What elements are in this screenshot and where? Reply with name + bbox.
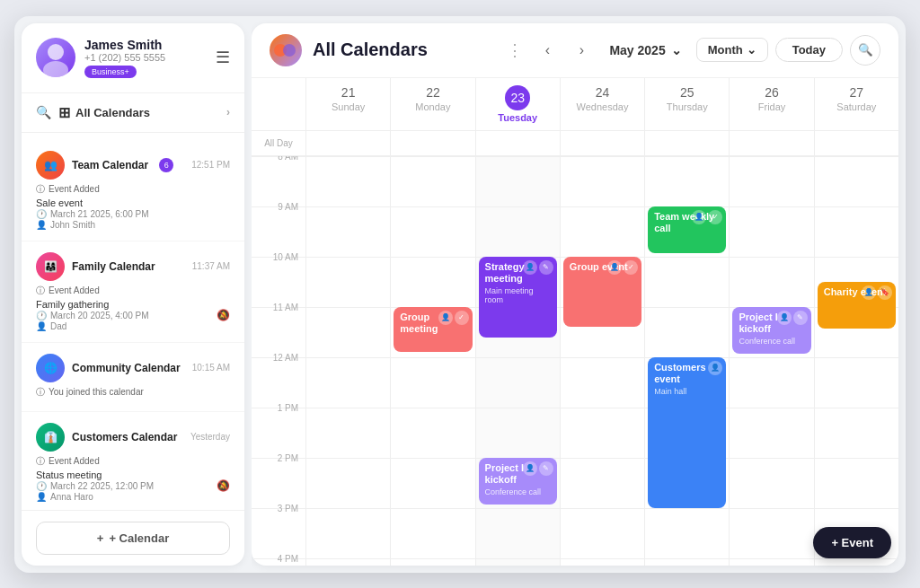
all-day-cell-sat: [814, 131, 898, 155]
sidebar-header: James Smith +1 (202) 555 5555 Business+ …: [22, 23, 244, 93]
day-column-mon[interactable]: Group meeting 👤 ✓: [390, 156, 474, 566]
all-day-cell-sun: [305, 131, 390, 155]
day-headers: 21 Sunday 22 Monday 23 Tuesday 24 Wednes…: [252, 78, 898, 131]
calendar-avatar: [270, 34, 302, 66]
event-project-kickoff-tue[interactable]: Project I kickoff Conference call 👤 ✎: [479, 458, 557, 505]
event-avatar-icon: 👤: [523, 461, 537, 476]
notification-time: 11:37 AM: [192, 261, 230, 271]
all-calendars-label: All Calendars: [75, 106, 150, 119]
event-strategy-meeting[interactable]: Strategy meeting Main meeting room 👤 ✎: [479, 257, 557, 338]
event-date: 🕐March 21 2025, 6:00 PM: [36, 209, 230, 219]
search-button[interactable]: 🔍: [850, 35, 880, 66]
event-edit-icon: ✎: [539, 461, 553, 476]
event-avatar-icon: 👤: [777, 311, 792, 325]
event-project-kickoff-fri[interactable]: Project I kickoff Conference call 👤 ✎: [732, 307, 810, 354]
day-column-thu[interactable]: Team weekly call 👤 ✓ Customers event Mai…: [644, 156, 729, 566]
bell-off-icon: 🔕: [217, 479, 230, 492]
user-badge: Business+: [84, 66, 137, 78]
event-name: Sale event: [36, 197, 230, 208]
notification-time: Yesterday: [190, 432, 230, 442]
dropdown-icon: ⌄: [671, 43, 682, 57]
avatar: [36, 38, 75, 77]
day-column-wed[interactable]: Group event 👤 ✓: [560, 156, 644, 566]
calendar-panel: All Calendars ⋮ ‹ › May 2025 ⌄ Month ⌄ T…: [252, 23, 898, 566]
time-label-corner: [252, 78, 305, 130]
calendar-icon: ⊞: [58, 104, 70, 121]
event-avatar-icon: 👤: [708, 361, 722, 375]
svg-point-1: [43, 61, 68, 77]
event-group-meeting[interactable]: Group meeting 👤 ✓: [394, 307, 472, 352]
notification-time: 10:15 AM: [192, 363, 230, 373]
main-content: All Calendars ⋮ ‹ › May 2025 ⌄ Month ⌄ T…: [252, 16, 906, 573]
user-name: James Smith: [84, 38, 165, 52]
notification-type: ⓘEvent Added: [36, 455, 230, 468]
avatar: 🌐: [36, 354, 65, 382]
more-options-icon[interactable]: ⋮: [503, 37, 526, 64]
all-day-cell-wed: [560, 131, 644, 155]
day-column-fri[interactable]: Project I kickoff Conference call 👤 ✎: [729, 156, 813, 566]
day-column-tue[interactable]: Strategy meeting Main meeting room 👤 ✎ P…: [475, 156, 560, 566]
chevron-right-icon: ›: [226, 106, 230, 118]
prev-button[interactable]: ‹: [534, 37, 561, 64]
sidebar-search-bar: 🔍 ⊞ All Calendars ›: [22, 93, 244, 133]
event-avatar-icon: 👤: [438, 311, 453, 325]
day-column-sat[interactable]: Charity event 👤 🔖: [814, 156, 898, 566]
event-team-weekly-call[interactable]: Team weekly call 👤 ✓: [648, 206, 726, 253]
day-header-fri: 26 Friday: [729, 78, 813, 130]
time-column: 8 AM 9 AM 10 AM 11 AM 12 AM 1 PM 2 PM 3 …: [252, 156, 305, 566]
user-details: James Smith +1 (202) 555 5555 Business+: [84, 38, 165, 78]
plus-icon: +: [97, 531, 104, 545]
event-date: 🕐March 20 2025, 4:00 PM: [36, 311, 149, 320]
calendar-name: Community Calendar: [72, 362, 181, 374]
user-info: James Smith +1 (202) 555 5555 Business+: [36, 38, 165, 78]
add-event-button[interactable]: + Event: [813, 527, 891, 558]
calendar-header: All Calendars ⋮ ‹ › May 2025 ⌄ Month ⌄ T…: [252, 23, 898, 78]
notification-badge: 6: [159, 158, 173, 172]
add-calendar-button[interactable]: + + Calendar: [36, 522, 230, 555]
event-date: 🕐March 22 2025, 12:00 PM: [36, 481, 154, 491]
event-edit-icon: ✎: [793, 311, 808, 325]
day-column-sun[interactable]: [305, 156, 390, 566]
calendar-grid: 21 Sunday 22 Monday 23 Tuesday 24 Wednes…: [252, 78, 898, 566]
event-bookmark-icon: 🔖: [878, 285, 892, 300]
view-mode-selector[interactable]: Month ⌄: [696, 38, 768, 62]
event-edit-icon: ✎: [539, 260, 553, 275]
avatar: 👥: [36, 151, 65, 180]
sidebar-footer: + + Calendar: [22, 510, 244, 566]
day-header-mon: 22 Monday: [390, 78, 474, 130]
day-header-sun: 21 Sunday: [305, 78, 390, 130]
day-header-sat: 27 Saturday: [814, 78, 898, 130]
notification-type: ⓘEvent Added: [36, 183, 230, 196]
list-item[interactable]: 👔 Customers Calendar Yesterday ⓘEvent Ad…: [22, 412, 244, 510]
today-button[interactable]: Today: [775, 38, 843, 62]
event-check-icon: ✓: [455, 311, 469, 325]
chevron-down-icon: ⌄: [747, 43, 756, 57]
notification-time: 12:51 PM: [191, 160, 230, 170]
event-name: Status meeting: [36, 470, 154, 480]
svg-point-0: [48, 44, 64, 60]
event-check-icon: ✓: [624, 260, 638, 275]
list-item[interactable]: 👨‍👩‍👧 Family Calendar 11:37 AM ⓘEvent Ad…: [22, 241, 244, 343]
day-header-tue: 23 Tuesday: [475, 78, 560, 130]
event-avatar-icon: 👤: [692, 210, 706, 224]
notifications-list: 👥 Team Calendar 6 12:51 PM ⓘEvent Added …: [22, 133, 244, 510]
event-customers-event[interactable]: Customers event Main hall 👤: [648, 357, 726, 508]
month-selector[interactable]: May 2025 ⌄: [602, 39, 688, 61]
list-item[interactable]: 👥 Team Calendar 6 12:51 PM ⓘEvent Added …: [22, 140, 244, 241]
all-calendars-filter[interactable]: ⊞ All Calendars ›: [58, 104, 230, 121]
list-item[interactable]: 🌐 Community Calendar 10:15 AM ⓘYou joine…: [22, 343, 244, 412]
event-name: Family gathering: [36, 299, 149, 310]
avatar: 👔: [36, 423, 65, 452]
user-phone: +1 (202) 555 5555: [84, 52, 165, 63]
event-charity[interactable]: Charity event 👤 🔖: [818, 282, 896, 329]
all-day-cell-fri: [729, 131, 813, 155]
all-day-cell-tue: [475, 131, 560, 155]
all-day-row: All Day: [252, 131, 898, 156]
all-day-cell-thu: [644, 131, 729, 155]
calendar-title: All Calendars: [313, 39, 492, 60]
event-group-event[interactable]: Group event 👤 ✓: [563, 257, 641, 327]
next-button[interactable]: ›: [568, 37, 595, 64]
menu-icon[interactable]: ☰: [216, 48, 230, 67]
view-mode-label: Month: [708, 43, 743, 57]
search-icon: 🔍: [36, 105, 51, 119]
